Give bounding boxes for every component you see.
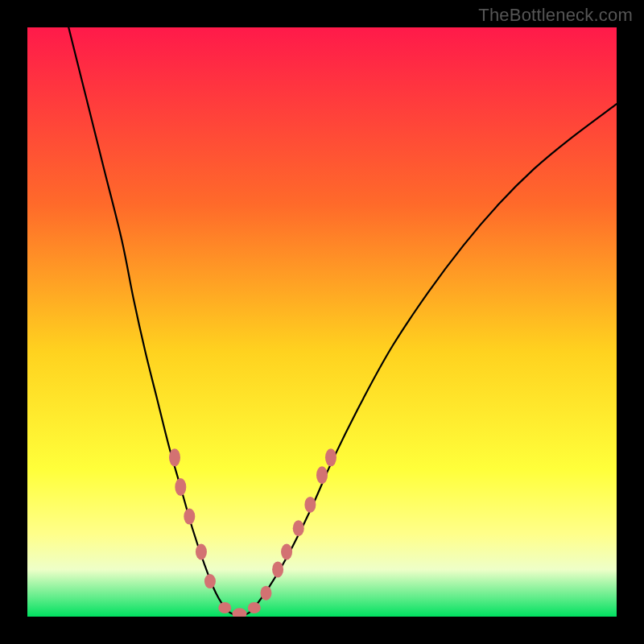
marker-left — [169, 448, 180, 466]
marker-right — [281, 543, 292, 559]
marker-left — [175, 478, 186, 496]
marker-left — [196, 543, 207, 559]
marker-right — [304, 497, 316, 513]
marker-right — [316, 466, 328, 484]
bottleneck-chart-svg — [27, 27, 617, 617]
marker-right — [272, 561, 283, 577]
marker-right — [293, 520, 304, 536]
watermark-label: TheBottleneck.com — [478, 5, 633, 26]
chart-stage: TheBottleneck.com — [0, 0, 644, 644]
marker-bottom — [218, 602, 231, 613]
marker-bottom — [248, 602, 261, 613]
marker-left — [204, 574, 216, 588]
plot-area — [27, 27, 617, 617]
gradient-background — [27, 27, 617, 617]
marker-left — [184, 509, 195, 525]
marker-right — [325, 448, 336, 466]
marker-right — [260, 586, 271, 601]
